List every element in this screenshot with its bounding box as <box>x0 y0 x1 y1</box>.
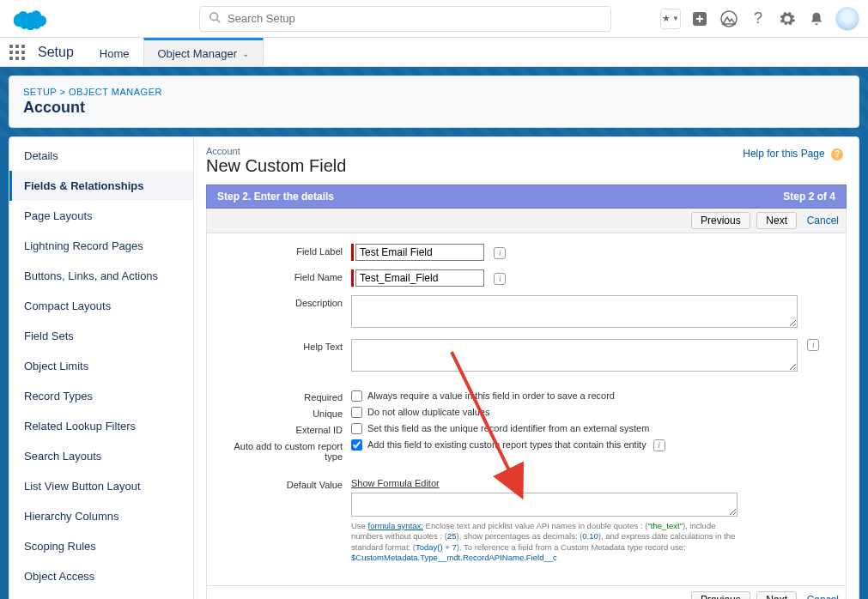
sidebar-item-page-layouts[interactable]: Page Layouts <box>9 201 193 231</box>
next-button-top[interactable]: Next <box>756 212 797 229</box>
sidebar-item-record-types[interactable]: Record Types <box>9 381 193 411</box>
page-header-strip: SETUP > OBJECT MANAGER Account <box>0 67 868 136</box>
global-header: ★▼ ? <box>0 0 868 38</box>
body-row: Details Fields & Relationships Page Layo… <box>9 136 859 599</box>
previous-button-top[interactable]: Previous <box>691 212 750 229</box>
app-nav: Setup Home Object Manager ⌄ <box>0 38 868 67</box>
crumb-setup[interactable]: SETUP <box>23 87 57 97</box>
external-text: Set this field as the unique record iden… <box>367 423 649 433</box>
svg-point-0 <box>210 13 218 21</box>
sidebar-item-compact-layouts[interactable]: Compact Layouts <box>9 291 193 321</box>
step-title: Step 2. Enter the details <box>217 191 334 203</box>
info-icon[interactable]: i <box>653 439 665 451</box>
help-for-page-label: Help for this Page <box>743 148 824 160</box>
sidebar-item-hierarchy-columns[interactable]: Hierarchy Columns <box>9 501 193 531</box>
label-required: Required <box>214 390 351 402</box>
app-name: Setup <box>34 38 86 66</box>
header-utility-icons: ★▼ ? <box>660 7 859 31</box>
help-for-page[interactable]: Help for this Page ? <box>743 148 843 160</box>
show-formula-editor-link[interactable]: Show Formula Editor <box>351 478 440 488</box>
crumb-sep: > <box>60 87 66 97</box>
help-icon[interactable]: ? <box>748 9 768 29</box>
cancel-link-top[interactable]: Cancel <box>807 215 839 227</box>
input-field-name[interactable] <box>355 269 484 287</box>
info-icon[interactable]: i <box>494 247 506 259</box>
sidebar-item-fields[interactable]: Fields & Relationships <box>9 171 193 201</box>
checkbox-unique[interactable] <box>351 407 362 418</box>
sidebar-item-search-layouts[interactable]: Search Layouts <box>9 441 193 471</box>
body-wrap: Details Fields & Relationships Page Layo… <box>0 136 868 599</box>
search-box[interactable] <box>199 6 611 32</box>
label-field-label: Field Label <box>214 244 351 257</box>
sidebar-item-object-access[interactable]: Object Access <box>9 561 193 591</box>
salesforce-cloud-logo <box>9 7 46 31</box>
textarea-default-value[interactable] <box>351 493 737 517</box>
required-text: Always require a value in this field in … <box>367 390 615 401</box>
label-help-text: Help Text <box>214 339 351 352</box>
previous-button-bottom[interactable]: Previous <box>691 591 750 599</box>
form-area: Field Label i Field Name i Description H… <box>206 233 847 586</box>
label-description: Description <box>214 295 351 308</box>
label-field-name: Field Name <box>214 269 351 282</box>
unique-text: Do not allow duplicate values <box>367 407 489 417</box>
sidebar-item-object-limits[interactable]: Object Limits <box>9 351 193 381</box>
tab-object-manager[interactable]: Object Manager ⌄ <box>143 38 264 66</box>
cancel-link-bottom[interactable]: Cancel <box>807 594 839 599</box>
setup-gear-icon[interactable] <box>777 9 798 29</box>
formula-hint: Use formula syntax: Enclose text and pic… <box>351 521 746 563</box>
sidebar: Details Fields & Relationships Page Layo… <box>9 137 194 599</box>
textarea-help-text[interactable] <box>351 339 798 372</box>
sidebar-item-related-lookup[interactable]: Related Lookup Filters <box>9 411 193 441</box>
sidebar-item-scoping-rules[interactable]: Scoping Rules <box>9 531 193 561</box>
checkbox-external-id[interactable] <box>351 423 362 434</box>
favorites-dropdown[interactable]: ★▼ <box>660 9 681 29</box>
label-auto-add: Auto add to custom report type <box>214 439 351 462</box>
breadcrumb: SETUP > OBJECT MANAGER <box>23 87 845 97</box>
label-external-id: External ID <box>214 422 351 435</box>
notifications-bell-icon[interactable] <box>806 9 827 29</box>
search-icon <box>209 11 221 26</box>
global-search <box>199 6 611 32</box>
trailhead-icon[interactable] <box>719 9 739 29</box>
checkbox-auto-add[interactable] <box>351 439 362 451</box>
sidebar-item-lightning-pages[interactable]: Lightning Record Pages <box>9 231 193 261</box>
info-icon[interactable]: i <box>807 339 819 351</box>
sidebar-item-buttons-links[interactable]: Buttons, Links, and Actions <box>9 261 193 291</box>
add-icon[interactable] <box>689 9 710 29</box>
bottom-button-row: Previous Next Cancel <box>206 586 847 599</box>
svg-line-1 <box>217 20 221 23</box>
tab-object-manager-label: Object Manager <box>158 47 238 60</box>
tab-home[interactable]: Home <box>86 38 143 66</box>
info-icon[interactable]: i <box>494 273 506 285</box>
textarea-description[interactable] <box>351 295 798 328</box>
help-icon: ? <box>831 148 843 160</box>
next-button-bottom[interactable]: Next <box>756 591 797 599</box>
input-field-label[interactable] <box>355 244 484 261</box>
chevron-down-icon: ⌄ <box>242 49 249 58</box>
label-default-value: Default Value <box>214 477 351 490</box>
step-counter: Step 2 of 4 <box>783 191 835 203</box>
user-avatar[interactable] <box>835 7 859 31</box>
sidebar-item-details[interactable]: Details <box>9 141 193 171</box>
crumb-object-manager[interactable]: OBJECT MANAGER <box>69 87 162 97</box>
sidebar-item-field-sets[interactable]: Field Sets <box>9 321 193 351</box>
search-input[interactable] <box>228 12 602 25</box>
app-launcher-icon[interactable] <box>0 38 34 66</box>
label-unique: Unique <box>214 406 351 419</box>
page-title: Account <box>23 99 845 117</box>
top-button-row: Previous Next Cancel <box>206 209 847 233</box>
step-bar: Step 2. Enter the details Step 2 of 4 <box>206 185 847 209</box>
checkbox-required[interactable] <box>351 390 362 402</box>
auto-add-text: Add this field to existing custom report… <box>367 439 646 450</box>
sidebar-item-list-view-button[interactable]: List View Button Layout <box>9 471 193 501</box>
content: Account New Custom Field Help for this P… <box>194 137 859 599</box>
page-header-card: SETUP > OBJECT MANAGER Account <box>9 76 859 128</box>
